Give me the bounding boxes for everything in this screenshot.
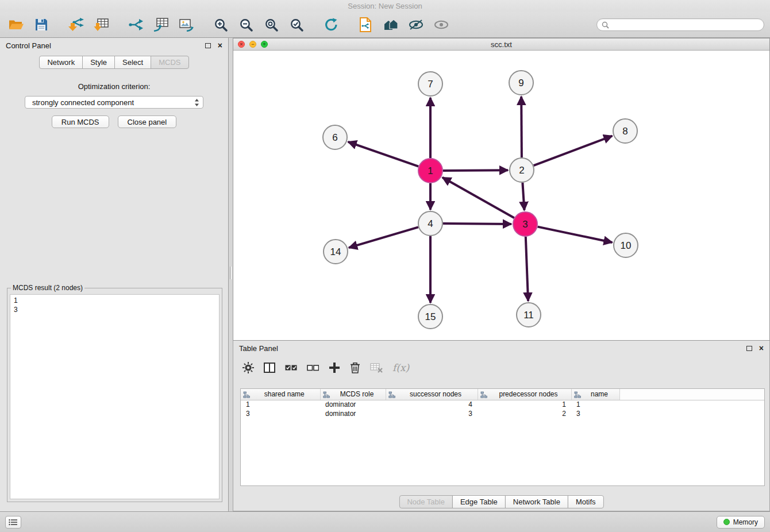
run-mcds-button[interactable]: Run MCDS (52, 115, 109, 128)
graph-edge-3-11[interactable] (526, 237, 528, 301)
graph-edge-2-3[interactable] (522, 183, 524, 210)
graph-node-2[interactable]: 2 (510, 158, 534, 182)
tab-select[interactable]: Select (114, 56, 151, 69)
add-column-button[interactable] (329, 362, 340, 373)
search-box[interactable] (596, 18, 764, 31)
delete-column-button[interactable] (350, 362, 360, 373)
export-image-button[interactable] (176, 14, 197, 35)
close-table-panel-icon[interactable]: × (759, 345, 764, 352)
table-cell[interactable]: 1 (571, 400, 619, 409)
optimization-select[interactable]: strongly connected component (25, 96, 203, 109)
status-list-button[interactable] (5, 516, 21, 529)
graph-edge-2-9[interactable] (521, 97, 522, 157)
tab-style[interactable]: Style (82, 56, 115, 69)
close-panel-button[interactable]: Close panel (118, 115, 177, 128)
main-toolbar (0, 12, 770, 38)
close-panel-icon[interactable]: × (218, 42, 222, 49)
search-icon (602, 21, 609, 29)
tab-mcds[interactable]: MCDS (151, 56, 188, 69)
network-canvas[interactable]: 7968124310141511 (233, 51, 769, 340)
graph-node-1[interactable]: 1 (418, 159, 442, 183)
zoom-out-button[interactable] (236, 14, 256, 35)
graph-node-10[interactable]: 10 (614, 233, 638, 257)
list-icon (9, 519, 18, 526)
graphics-details-button[interactable] (406, 14, 426, 35)
graph-node-7[interactable]: 7 (418, 72, 442, 96)
save-session-button[interactable] (31, 14, 52, 35)
table-cell[interactable]: 4 (386, 400, 478, 409)
float-panel-icon[interactable] (205, 43, 211, 48)
table-cell-filler (619, 400, 764, 409)
memory-button[interactable]: Memory (717, 516, 765, 529)
table-cell[interactable]: dominator (320, 409, 386, 418)
open-file-button[interactable] (6, 14, 26, 35)
table-row[interactable]: 3dominator323 (241, 409, 764, 418)
table-cell[interactable]: 3 (571, 409, 619, 418)
mcds-result-list[interactable]: 13 (10, 294, 220, 499)
trash-icon (350, 362, 360, 373)
table-row[interactable]: 1dominator411 (241, 400, 764, 409)
graph-edge-3-10[interactable] (538, 227, 613, 242)
tab-edge-table[interactable]: Edge Table (452, 495, 506, 508)
zoom-fit-button[interactable] (261, 14, 282, 35)
network-window: × − + scc.txt 7968124310141511 (233, 38, 770, 341)
column-header-predecessor-nodes[interactable]: predecessor nodes (478, 389, 571, 400)
table-cell[interactable]: 1 (478, 400, 571, 409)
network-analyzer-button[interactable] (380, 14, 401, 35)
graph-node-11[interactable]: 11 (517, 303, 541, 327)
table-panel-header: Table Panel × (233, 341, 769, 356)
graph-edge-4-14[interactable] (349, 227, 418, 248)
zoom-in-button[interactable] (210, 14, 231, 35)
split-columns-icon (264, 363, 275, 373)
show-details-button[interactable] (431, 14, 452, 35)
network-window-titlebar: × − + scc.txt (233, 38, 769, 51)
graph-node-3[interactable]: 3 (513, 212, 537, 236)
table-cell[interactable]: 3 (386, 409, 478, 418)
export-document-button[interactable] (355, 14, 376, 35)
delete-table-button[interactable] (370, 363, 383, 373)
import-network-button[interactable] (66, 14, 86, 35)
import-table-button[interactable] (91, 14, 111, 35)
memory-status-dot (723, 519, 730, 525)
zoom-selected-button[interactable] (286, 14, 307, 35)
refresh-button[interactable] (321, 14, 341, 35)
select-all-button[interactable] (285, 363, 297, 372)
graph-edge-3-1[interactable] (442, 178, 514, 218)
table-cell-filler (619, 409, 764, 418)
graph-svg[interactable]: 7968124310141511 (233, 51, 769, 340)
table-cell[interactable]: dominator (320, 400, 386, 409)
column-header-successor-nodes[interactable]: successor nodes (386, 389, 478, 400)
column-header-mcds-role[interactable]: MCDS role (320, 389, 386, 400)
column-header-shared-name[interactable]: shared name (241, 389, 320, 400)
graph-edge-1-6[interactable] (348, 142, 419, 167)
graph-node-6[interactable]: 6 (323, 125, 347, 149)
show-column-button[interactable] (264, 363, 275, 373)
tab-network-table[interactable]: Network Table (505, 495, 568, 508)
tab-network[interactable]: Network (39, 56, 83, 69)
graph-edge-4-3[interactable] (443, 223, 511, 224)
save-session-icon (35, 18, 48, 31)
graph-edge-1-2[interactable] (443, 170, 508, 171)
search-input[interactable] (612, 21, 759, 29)
tab-motifs[interactable]: Motifs (568, 495, 604, 508)
settings-gear-button[interactable] (242, 362, 254, 373)
deselect-all-button[interactable] (307, 363, 319, 372)
graph-node-14[interactable]: 14 (324, 240, 348, 264)
table-panel: Table Panel × (233, 341, 770, 511)
graph-node-15[interactable]: 15 (418, 304, 442, 329)
function-builder-button[interactable]: f(x) (392, 362, 409, 373)
optimization-label: Optimization criterion: (0, 82, 228, 91)
graph-node-9[interactable]: 9 (509, 71, 533, 95)
column-header-name[interactable]: name (571, 389, 619, 400)
table-cell[interactable]: 2 (478, 409, 571, 418)
float-table-panel-icon[interactable] (746, 346, 752, 351)
new-network-button[interactable] (125, 14, 146, 35)
tab-node-table[interactable]: Node Table (399, 495, 453, 508)
graph-edge-2-8[interactable] (534, 136, 613, 166)
column-header-filler (619, 389, 764, 400)
graph-node-8[interactable]: 8 (613, 119, 637, 143)
clone-network-button[interactable] (151, 14, 171, 35)
table-cell[interactable]: 1 (241, 400, 320, 409)
graph-node-4[interactable]: 4 (418, 211, 442, 236)
table-cell[interactable]: 3 (241, 409, 320, 418)
